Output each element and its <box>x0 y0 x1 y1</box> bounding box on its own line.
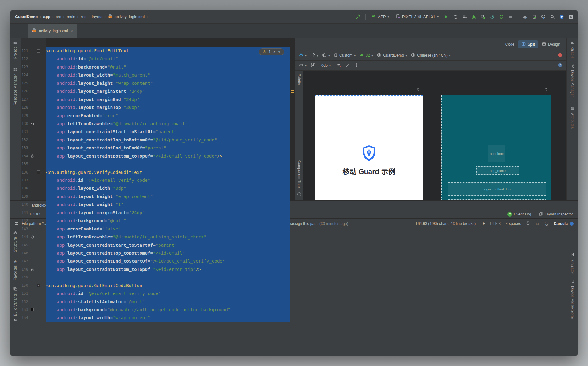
code-line[interactable]: 146 app:layout_constraintTop_toBottomOf=… <box>21 249 290 257</box>
line-ending-indicator[interactable]: LF <box>481 222 485 226</box>
attach-debugger-icon[interactable] <box>479 13 487 21</box>
code-line[interactable]: 142 android:background="@null" <box>21 217 290 225</box>
run-configuration-select[interactable]: APP ▾ <box>369 13 392 20</box>
code-line[interactable]: 149 <box>21 273 290 281</box>
sdk-manager-icon[interactable] <box>539 13 547 21</box>
design-preview-phone[interactable]: 移动 Guard 示例 请输入密码请输入手机号发送验证码请输入邮箱发送验证码 <box>315 95 423 200</box>
device-menu[interactable]: Custom▾ <box>334 53 356 58</box>
theme-indicator[interactable]: Darcula <box>554 222 574 226</box>
palette-tab[interactable]: Palette <box>297 74 301 85</box>
orientation-button[interactable]: ▾ <box>310 53 318 58</box>
mode-tab-design[interactable]: Design <box>539 40 563 48</box>
search-everywhere-icon[interactable] <box>548 13 556 21</box>
code-line[interactable]: 144 app:leftIconDrawable="@drawable/ic_a… <box>21 233 290 241</box>
code-line[interactable]: 141 android:layout_marginStart="24dp" <box>21 209 290 217</box>
tool-strip-device-file-explorer[interactable]: Device File Explorer <box>567 279 578 319</box>
code-line[interactable]: 150−<cn.authing.guard.GetEmailCodeButton <box>21 282 290 289</box>
tool-strip-device-manager[interactable]: Device Manager <box>567 63 578 97</box>
run-play-icon[interactable] <box>442 13 450 21</box>
device-select[interactable]: PIXEL 3 XL API 31 ▾ <box>393 13 441 20</box>
editor-scrollbar[interactable] <box>290 38 295 200</box>
code-line[interactable]: 138 android:layout_width="0dp" <box>21 184 290 192</box>
feedback-smile-icon[interactable]: ☺ <box>535 221 539 226</box>
code-line[interactable]: 140 android:layout_weight="1" <box>21 200 290 208</box>
readonly-lock-icon[interactable] <box>526 221 530 226</box>
tool-strip-resource-manager[interactable]: Resource Manager <box>10 67 21 105</box>
code-line[interactable]: 129 app:errorEnabled="true" <box>21 112 290 120</box>
breadcrumb-item[interactable]: main <box>67 14 75 19</box>
tool-strip-structure[interactable]: Structure <box>10 230 21 252</box>
code-line[interactable]: 132 app:layout_constraintTop_toBottomOf=… <box>21 136 290 144</box>
blueprint-app_logo[interactable]: app_logo <box>488 145 505 162</box>
help-icon[interactable]: ? <box>558 63 563 69</box>
pan-tool-button[interactable] <box>354 63 359 69</box>
mode-tab-code[interactable]: Code <box>496 40 518 48</box>
night-mode-button[interactable]: ▾ <box>322 53 330 58</box>
event-log-button[interactable]: 2 Event Log <box>507 212 531 217</box>
profiler-icon[interactable] <box>488 13 496 21</box>
view-options-button[interactable]: ▾ <box>299 63 307 69</box>
design-canvas[interactable]: 移动 Guard 示例 请输入密码请输入手机号发送验证码请输入邮箱发送验证码 a… <box>303 71 566 200</box>
code-line[interactable]: 153 android:background="@drawable/authin… <box>21 306 290 314</box>
theme-menu[interactable]: GuardDemo▾ <box>377 53 407 58</box>
caret-position[interactable]: 164:63 (1985 chars, 43 line breaks) <box>416 222 476 226</box>
blueprint-account[interactable]: account <box>448 199 546 200</box>
code-line[interactable]: 154 android:layout_width="wrap_content" <box>21 314 290 322</box>
design-surface-select[interactable]: ▾ <box>299 53 307 58</box>
code-line[interactable]: 143 app:errorEnabled="false" <box>21 225 290 233</box>
tool-window-switcher-icon[interactable] <box>14 221 19 226</box>
fold-marker[interactable]: − <box>36 284 41 287</box>
code-line[interactable]: 122 android:id="@+id/email" <box>21 55 290 63</box>
breadcrumb-item[interactable]: layout <box>92 14 103 19</box>
autoconnect-toggle[interactable] <box>310 63 315 69</box>
breadcrumb-item[interactable]: </>activity_login.xml <box>108 14 145 20</box>
breadcrumb-item[interactable]: res <box>81 14 86 19</box>
code-line[interactable]: 123 android:background="@null" <box>21 63 290 71</box>
sync-project-icon[interactable] <box>497 13 505 21</box>
debug-icon[interactable] <box>470 13 478 21</box>
apply-code-changes-icon[interactable] <box>461 13 469 21</box>
tab-activity-login-xml[interactable]: </> activity_login.xml ✕ <box>28 24 77 38</box>
code-line[interactable]: 127 android:layout_marginEnd="24dp" <box>21 95 290 103</box>
layout-inspector-button[interactable]: Layout Inspector <box>539 212 573 217</box>
user-avatar-icon[interactable] <box>567 13 575 21</box>
tool-strip-build-variants[interactable]: Build Variants <box>10 287 21 316</box>
code-editor[interactable]: 121−<cn.authing.guard.EmailEditText122 a… <box>21 38 295 200</box>
tool-strip-gradle[interactable]: Gradle <box>567 41 578 58</box>
blueprint-app_name[interactable]: app_name <box>476 166 519 175</box>
clear-constraints-button[interactable] <box>337 63 342 69</box>
breadcrumb-item[interactable]: src <box>56 14 61 19</box>
code-line[interactable]: 121−<cn.authing.guard.EmailEditText <box>21 47 290 55</box>
breadcrumb-item[interactable]: GuardDemo <box>15 14 38 19</box>
tool-strip-favorites[interactable]: ★Favorites <box>10 259 21 280</box>
breadcrumb-item[interactable]: app <box>43 14 50 19</box>
next-warning-icon[interactable]: ∨ <box>278 50 280 54</box>
infer-constraints-button[interactable] <box>345 63 350 69</box>
api-level-menu[interactable]: 32▾ <box>359 53 373 58</box>
code-line[interactable]: 145 app:layout_constraintStart_toStartOf… <box>21 241 290 249</box>
stop-icon[interactable] <box>507 13 514 21</box>
feedback-frown-icon[interactable]: ☹ <box>545 221 549 226</box>
gradle-sync-icon[interactable] <box>521 13 529 21</box>
indent-indicator[interactable]: 4 spaces <box>506 222 521 226</box>
code-line[interactable]: 151 android:id="@+id/get_email_verify_co… <box>21 289 290 297</box>
close-icon[interactable]: ✕ <box>70 29 73 33</box>
code-line[interactable]: 125 android:layout_height="wrap_content" <box>21 79 290 87</box>
inspection-widget[interactable]: ⚠ 1 ∧ ∨ <box>259 48 284 55</box>
code-line[interactable]: 139 android:layout_height="wrap_content" <box>21 192 290 200</box>
blueprint-preview-phone[interactable]: app_logoapp_namelogin_method_tabaccountp… <box>441 95 551 200</box>
code-line[interactable]: 148 app:layout_constraintBottom_toTopOf=… <box>21 265 290 273</box>
tool-strip-emulator[interactable]: Emulator <box>567 252 578 274</box>
default-margin-select[interactable]: 0dp▾ <box>319 63 333 68</box>
tool-strip-attributes[interactable]: Attributes <box>567 106 578 129</box>
logcat-android-icon[interactable] <box>10 318 21 323</box>
code-line[interactable]: 124 android:layout_width="match_parent" <box>21 71 290 79</box>
encoding-indicator[interactable]: UTF-8 <box>490 222 501 226</box>
apply-changes-icon[interactable]: A <box>451 13 459 21</box>
component-tree-tab[interactable]: Component Tree <box>297 160 301 188</box>
prev-warning-icon[interactable]: ∧ <box>273 50 275 54</box>
render-error-icon[interactable] <box>558 53 563 58</box>
code-line[interactable]: 134 app:layout_constraintBottom_toTopOf=… <box>21 152 290 160</box>
tool-strip-project[interactable]: Project <box>10 41 21 59</box>
blueprint-login_method_tab[interactable]: login_method_tab <box>448 182 546 196</box>
